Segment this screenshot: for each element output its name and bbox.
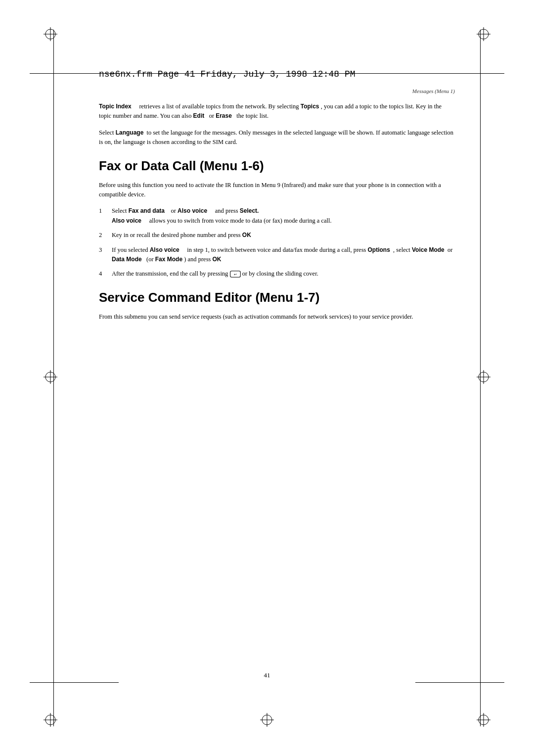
- section2-heading: Service Command Editor (Menu 1-7): [99, 290, 455, 305]
- select-bold: Select.: [240, 207, 259, 214]
- language-bold: Language: [116, 129, 144, 136]
- step-2-num: 2: [99, 231, 110, 240]
- reg-mark-mid-right: [477, 370, 490, 386]
- section2-intro: From this submenu you can send service r…: [99, 312, 455, 322]
- step-2-content: Key in or recall the desired phone numbe…: [112, 231, 455, 240]
- step-4-content: After the transmission, end the call by …: [112, 269, 455, 279]
- erase-bold: Erase: [216, 112, 232, 119]
- page: nse6nx.frm Page 41 Friday, July 3, 1998 …: [0, 0, 534, 756]
- section1-heading: Fax or Data Call (Menu 1-6): [99, 158, 455, 174]
- reg-mark-bottom-left: [44, 713, 57, 729]
- step-4-num: 4: [99, 269, 110, 279]
- step-2: 2 Key in or recall the desired phone num…: [99, 231, 455, 240]
- step-3-content: If you selected Also voice in step 1, to…: [112, 245, 455, 265]
- topic-index-bold: Topic Index: [99, 103, 132, 110]
- bottom-right-border-line: [415, 682, 504, 683]
- also-voice-3-bold: Also voice: [150, 246, 179, 253]
- reg-mark-bottom-right: [477, 713, 490, 729]
- filename-header: nse6nx.frm Page 41 Friday, July 3, 1998 …: [99, 69, 455, 79]
- topic-index-paragraph: Topic Index retrieves a list of availabl…: [99, 102, 455, 121]
- bottom-left-border-line: [30, 682, 119, 683]
- topics-bold: Topics: [301, 103, 319, 110]
- ok-2-bold: OK: [213, 256, 222, 263]
- reg-mark-top-right: [477, 27, 490, 43]
- main-content: Messages (Menu 1) Topic Index retrieves …: [99, 88, 455, 672]
- reg-mark-bottom-center: [260, 713, 274, 729]
- fax-and-data-bold: Fax and data: [129, 207, 165, 214]
- section1-intro: Before using this function you need to a…: [99, 181, 455, 200]
- end-call-icon: ↩: [230, 270, 241, 278]
- ok-1-bold: OK: [242, 232, 251, 238]
- step-4: 4 After the transmission, end the call b…: [99, 269, 455, 279]
- step-3-num: 3: [99, 245, 110, 255]
- section-label: Messages (Menu 1): [99, 88, 455, 94]
- also-voice-2-bold: Also voice: [112, 217, 141, 224]
- voice-mode-bold: Voice Mode: [412, 246, 445, 253]
- reg-mark-top-left: [44, 27, 57, 43]
- header-area: nse6nx.frm Page 41 Friday, July 3, 1998 …: [99, 45, 455, 84]
- step-1-num: 1: [99, 206, 110, 216]
- step-3: 3 If you selected Also voice in step 1, …: [99, 245, 455, 265]
- svg-text:↩: ↩: [234, 273, 237, 276]
- edit-bold: Edit: [193, 112, 205, 119]
- reg-mark-mid-left: [44, 370, 57, 386]
- step-1-content: Select Fax and data or Also voice and pr…: [112, 206, 455, 226]
- options-bold: Options: [368, 246, 390, 253]
- data-mode-bold: Data Mode: [112, 256, 142, 263]
- step-1: 1 Select Fax and data or Also voice and …: [99, 206, 455, 226]
- language-paragraph: Select Language to set the language for …: [99, 128, 455, 147]
- fax-mode-bold: Fax Mode: [155, 256, 182, 263]
- steps-list: 1 Select Fax and data or Also voice and …: [99, 206, 455, 279]
- page-number: 41: [0, 671, 534, 679]
- also-voice-1-bold: Also voice: [178, 207, 207, 214]
